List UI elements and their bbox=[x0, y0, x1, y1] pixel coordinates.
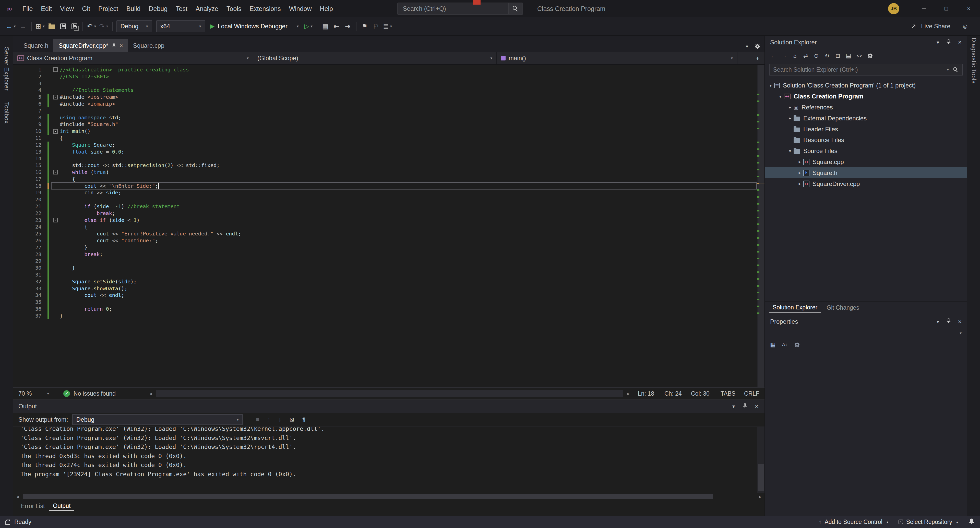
code-line-2[interactable]: 2//CSIS 112-<B01> bbox=[13, 73, 757, 80]
properties-object-select[interactable]: ▾ bbox=[765, 328, 967, 338]
code-line-16[interactable]: 16- while (true) bbox=[13, 169, 757, 176]
categorized-icon[interactable]: ▦ bbox=[770, 341, 775, 348]
code-line-22[interactable]: 22 break; bbox=[13, 210, 757, 217]
next-message-icon[interactable]: ↓ bbox=[278, 416, 282, 423]
menu-item-project[interactable]: Project bbox=[94, 0, 122, 17]
code-line-23[interactable]: 23- else if (side < 1) bbox=[13, 217, 757, 224]
code-line-3[interactable]: 3 bbox=[13, 80, 757, 87]
scrollbar-thumb[interactable] bbox=[23, 494, 713, 499]
code-line-20[interactable]: 20 bbox=[13, 196, 757, 203]
menu-item-file[interactable]: File bbox=[18, 0, 37, 17]
editor-tab-square-h[interactable]: Square.h bbox=[18, 39, 53, 52]
live-share-icon[interactable]: ↗ bbox=[908, 20, 919, 33]
navigate-forward-icon[interactable]: → bbox=[18, 20, 29, 33]
show-all-files-icon[interactable]: ▤ bbox=[843, 51, 854, 61]
select-repository-button[interactable]: Select Repository ▴ bbox=[899, 518, 958, 525]
code-line-34[interactable]: 34 cout << endl; bbox=[13, 292, 757, 299]
tool-tab-server-explorer[interactable]: Server Explorer bbox=[3, 47, 10, 91]
tree-item-source-files[interactable]: ▾Source Files bbox=[765, 146, 967, 157]
code-line-8[interactable]: 8using namespace std; bbox=[13, 114, 757, 121]
scroll-right-icon[interactable]: ▸ bbox=[624, 390, 633, 396]
open-folder-icon[interactable] bbox=[46, 20, 57, 33]
chevron-down-icon[interactable]: ▾ bbox=[937, 39, 939, 45]
switch-views-icon[interactable]: ⇄ bbox=[800, 51, 811, 61]
maximize-button[interactable]: □ bbox=[935, 0, 958, 17]
start-without-debugging-icon[interactable]: ▷▾ bbox=[303, 20, 314, 33]
code-line-6[interactable]: 6#include <iomanip> bbox=[13, 100, 757, 107]
output-scroll-right-icon[interactable]: ▸ bbox=[756, 493, 765, 500]
fold-icon[interactable]: - bbox=[53, 170, 58, 174]
tree-item-square-cpp[interactable]: ▸++Square.cpp bbox=[765, 157, 967, 168]
indent-icon[interactable]: ⇥ bbox=[342, 20, 353, 33]
pin-icon[interactable] bbox=[111, 43, 116, 48]
tool-tab-error-list[interactable]: Error List bbox=[18, 502, 48, 511]
outdent-icon[interactable]: ⇤ bbox=[331, 20, 342, 33]
sync-with-active-document-icon[interactable]: ↻ bbox=[822, 51, 832, 61]
tree-item-references[interactable]: ▸▣References bbox=[765, 102, 967, 113]
close-icon[interactable]: × bbox=[119, 42, 123, 49]
menu-item-extensions[interactable]: Extensions bbox=[245, 0, 285, 17]
solution-explorer-header[interactable]: Solution Explorer ▾ × bbox=[765, 36, 967, 49]
editor-vertical-scrollbar[interactable] bbox=[757, 65, 765, 387]
expand-icon[interactable]: ▸ bbox=[786, 105, 794, 110]
code-line-4[interactable]: 4 //Include Statements bbox=[13, 87, 757, 94]
code-line-11[interactable]: 11{ bbox=[13, 135, 757, 141]
tree-item-class-creation-program[interactable]: ▾++Class Creation Program bbox=[765, 91, 967, 102]
property-pages-icon[interactable] bbox=[794, 342, 800, 348]
code-line-35[interactable]: 35 bbox=[13, 299, 757, 306]
live-share-label[interactable]: Live Share bbox=[921, 23, 950, 30]
code-line-32[interactable]: 32 Square.setSide(side); bbox=[13, 278, 757, 285]
code-line-24[interactable]: 24 { bbox=[13, 224, 757, 230]
tree-item-square-h[interactable]: ▸hSquare.h bbox=[765, 167, 967, 178]
navigate-back-icon[interactable]: ←▾ bbox=[4, 20, 18, 33]
bookmark-menu-icon[interactable]: ≣▾ bbox=[382, 20, 393, 33]
previous-bookmark-icon[interactable]: ⚐ bbox=[370, 20, 382, 33]
tree-item-squaredriver-cpp[interactable]: ▸++SquareDriver.cpp bbox=[765, 178, 967, 189]
home-icon[interactable]: ⌂ bbox=[789, 51, 800, 61]
eol-indicator[interactable]: CRLF bbox=[739, 390, 765, 397]
save-all-icon[interactable] bbox=[69, 20, 80, 33]
code-line-18[interactable]: 18 cout << "\nEnter Side:"; bbox=[13, 182, 757, 190]
pin-icon[interactable] bbox=[946, 39, 951, 46]
save-icon[interactable] bbox=[57, 20, 69, 33]
code-line-9[interactable]: 9#include "Square.h" bbox=[13, 121, 757, 128]
word-wrap-icon[interactable]: ¶ bbox=[302, 416, 305, 423]
document-dropdown-icon[interactable]: ▾ bbox=[746, 44, 748, 49]
code-line-1[interactable]: 1-//<ClassCreation>--practice creating c… bbox=[13, 66, 757, 73]
menu-item-edit[interactable]: Edit bbox=[37, 0, 56, 17]
tree-item-external-dependencies[interactable]: ▸External Dependencies bbox=[765, 113, 967, 124]
editor-tab-square-cpp[interactable]: Square.cpp bbox=[128, 39, 170, 52]
show-whitespace-icon[interactable]: ▤ bbox=[320, 20, 331, 33]
project-dropdown[interactable]: ++ Class Creation Program ▾ bbox=[13, 52, 253, 64]
code-line-26[interactable]: 26 cout << "continue:"; bbox=[13, 237, 757, 244]
code-line-21[interactable]: 21 if (side==-1) //break statement bbox=[13, 203, 757, 210]
code-line-27[interactable]: 27 } bbox=[13, 244, 757, 251]
menu-item-build[interactable]: Build bbox=[122, 0, 145, 17]
scope-dropdown[interactable]: (Global Scope) ▾ bbox=[253, 52, 497, 64]
code-line-14[interactable]: 14 bbox=[13, 155, 757, 162]
code-line-33[interactable]: 33 Square.showData(); bbox=[13, 285, 757, 292]
close-button[interactable]: × bbox=[958, 0, 980, 17]
solution-search-input[interactable]: Search Solution Explorer (Ctrl+;) ▾ bbox=[769, 64, 963, 76]
tree-item-resource-files[interactable]: Resource Files bbox=[765, 135, 967, 146]
menu-item-debug[interactable]: Debug bbox=[145, 0, 172, 17]
code-line-25[interactable]: 25 cout << "Error!Positive value needed.… bbox=[13, 230, 757, 237]
code-line-31[interactable]: 31 bbox=[13, 271, 757, 278]
avatar[interactable]: JB bbox=[888, 3, 899, 14]
issues-label[interactable]: No issues found bbox=[73, 390, 116, 397]
health-check-icon[interactable]: ✓ bbox=[63, 390, 70, 397]
platform-select[interactable]: x64▾ bbox=[156, 21, 205, 32]
code-line-13[interactable]: 13 float side = 0.0; bbox=[13, 149, 757, 155]
expand-icon[interactable]: ▸ bbox=[786, 116, 794, 121]
menu-item-git[interactable]: Git bbox=[78, 0, 94, 17]
configuration-select[interactable]: Debug▾ bbox=[116, 21, 152, 32]
zoom-select[interactable]: 70 %▾ bbox=[13, 390, 56, 397]
code-line-37[interactable]: 37} bbox=[13, 312, 757, 319]
panel-tab-git-changes[interactable]: Git Changes bbox=[823, 303, 863, 313]
fold-icon[interactable]: - bbox=[53, 95, 58, 100]
close-icon[interactable]: × bbox=[958, 39, 962, 46]
expand-icon[interactable]: ▸ bbox=[796, 159, 803, 165]
scrollbar-thumb[interactable] bbox=[758, 464, 764, 491]
output-horizontal-scrollbar[interactable]: ◂ ▸ bbox=[13, 493, 765, 501]
properties-header[interactable]: Properties ▾ × bbox=[765, 315, 967, 328]
